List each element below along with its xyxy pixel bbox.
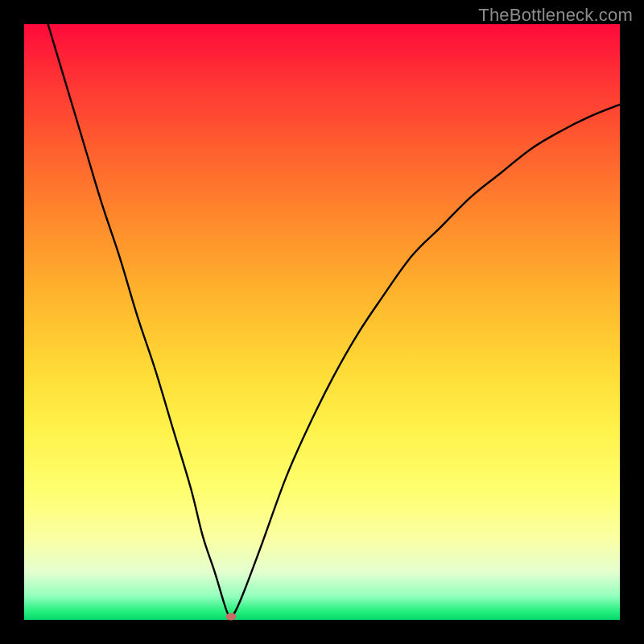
chart-plot-area	[24, 24, 620, 620]
chart-frame: TheBottleneck.com	[0, 0, 644, 644]
watermark-text: TheBottleneck.com	[478, 5, 633, 26]
